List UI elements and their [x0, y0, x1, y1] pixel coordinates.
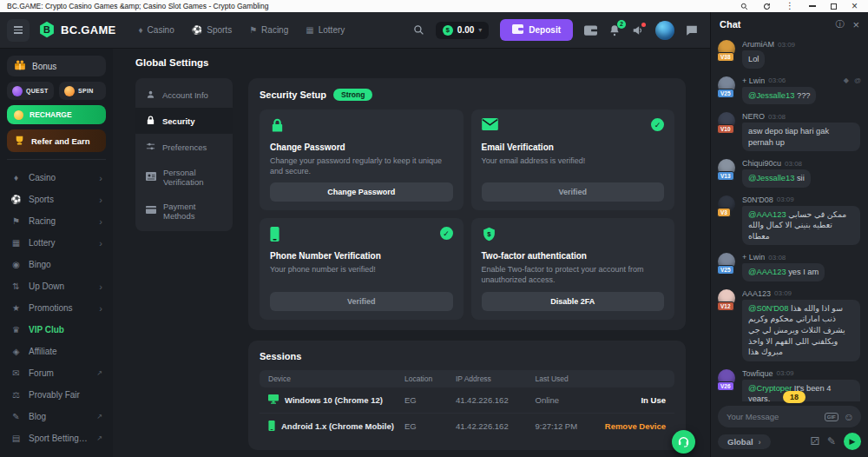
titlebar-refresh-icon[interactable]	[763, 3, 771, 10]
chat-toggle-icon[interactable]	[686, 24, 698, 36]
mention[interactable]: @AAA123	[748, 268, 786, 276]
menu-toggle-button[interactable]	[7, 19, 30, 42]
settings-nav-security[interactable]: Security	[135, 108, 233, 134]
username[interactable]: Chiqui90cu	[742, 159, 781, 168]
chat-room-label: Global	[727, 437, 753, 447]
chevron-right-icon: ›	[99, 216, 102, 227]
support-headset-button[interactable]	[672, 430, 695, 454]
lottery-icon: ▦	[10, 238, 22, 248]
unread-count-badge[interactable]: 18	[783, 391, 806, 403]
mention[interactable]: @AAA123	[748, 210, 786, 219]
wallet-balance-selector[interactable]: $ 0.00 ▾	[436, 22, 489, 39]
sports-icon: ⚽	[10, 195, 22, 204]
chat-room-selector[interactable]: Global ›	[718, 434, 771, 449]
external-link-icon: ↗	[96, 369, 102, 377]
sidebar-item-casino[interactable]: ♦Casino›	[7, 167, 106, 189]
mention-at-icon[interactable]: @	[854, 76, 861, 84]
close-button[interactable]: ×	[852, 1, 858, 11]
maximize-button[interactable]	[831, 3, 837, 10]
deposit-button[interactable]: Deposit	[500, 19, 573, 41]
session-row: Android 1.x (Chrome Mobile) EG 41.42.226…	[260, 414, 674, 440]
sidebar-bonus[interactable]: Bonus	[7, 56, 106, 76]
username[interactable]: + Lwin	[742, 76, 765, 85]
sidebar-item-sport-betting-insights[interactable]: ▤Sport Betting Insig...↗	[7, 427, 106, 449]
settings-nav-personal-verification[interactable]: Personal Verification	[135, 160, 233, 194]
settings-nav-payment-methods[interactable]: Payment Methods	[135, 194, 233, 228]
security-setup-title: Security Setup	[260, 89, 326, 100]
chat-message-input[interactable]	[727, 412, 819, 421]
gif-icon[interactable]: GIF	[825, 413, 838, 421]
sidebar-refer-and-earn[interactable]: Refer and Earn	[7, 129, 106, 152]
card-desc: Your email address is verified!	[482, 156, 665, 176]
card-desc: Change your password regularly to keep i…	[270, 156, 453, 176]
brand-logo[interactable]: B BC.GAME	[38, 21, 116, 40]
send-icon: ▶	[850, 437, 856, 446]
sidebar-item-forum[interactable]: ✉Forum↗	[7, 362, 106, 384]
titlebar-menu-icon[interactable]: ⋮	[786, 2, 794, 10]
chat-info-icon[interactable]: ⓘ	[835, 18, 844, 30]
session-location: EG	[404, 395, 456, 405]
card-change-password: Change Password Change your password reg…	[260, 109, 464, 210]
session-row: Windows 10 (Chrome 12) EG 41.42.226.162 …	[260, 387, 674, 414]
chat-close-icon[interactable]: ×	[852, 18, 859, 31]
change-password-button[interactable]: Change Password	[270, 182, 453, 202]
dice-icon[interactable]: ⚂	[811, 436, 819, 447]
sidebar-spin[interactable]: SPIN	[59, 82, 106, 100]
username[interactable]: AAA123	[742, 289, 771, 298]
sidebar-recharge[interactable]: RECHARGE	[7, 105, 106, 124]
sidebar-quest[interactable]: QUEST	[7, 82, 54, 100]
username[interactable]: Towfique	[742, 369, 773, 378]
mention[interactable]: @Jessalle13	[748, 174, 794, 182]
chat-messages[interactable]: V38 ArumiAM03:09 Lol V25 + Lwin03:06 ◆@ …	[711, 36, 868, 401]
pencil-icon[interactable]: ✎	[827, 436, 836, 447]
search-icon[interactable]	[413, 24, 424, 36]
username[interactable]: S0N'D08	[742, 195, 773, 204]
recharge-label: RECHARGE	[30, 110, 72, 119]
notifications-bell-icon[interactable]: 2	[608, 24, 621, 36]
settings-nav-account-info[interactable]: Account Info	[135, 82, 233, 108]
sidebar-item-provably-fair[interactable]: ⚖Provably Fair	[7, 384, 106, 406]
smartphone-icon	[268, 421, 275, 433]
nav-casino[interactable]: ♦Casino	[139, 25, 174, 35]
nav-racing[interactable]: ⚑Racing	[249, 25, 288, 35]
emoji-icon[interactable]: ☺	[844, 412, 854, 422]
top-navbar: B BC.GAME ♦Casino ⚽Sports ⚑Racing ▦Lotte…	[0, 12, 710, 49]
session-last-used: Online	[536, 395, 598, 405]
nav-lottery[interactable]: ▦Lottery	[306, 25, 345, 35]
chevron-right-icon: ›	[99, 195, 102, 205]
username[interactable]: ArumiAM	[742, 40, 774, 49]
send-message-button[interactable]: ▶	[844, 433, 861, 450]
sidebar-item-sports[interactable]: ⚽Sports›	[7, 189, 106, 210]
sidebar-item-lottery[interactable]: ▦Lottery›	[7, 232, 106, 254]
affiliate-icon: ◈	[10, 347, 22, 356]
remove-device-button[interactable]: Remove Device	[597, 421, 666, 431]
titlebar-search-icon[interactable]	[740, 3, 748, 10]
announcements-speaker-icon[interactable]	[632, 24, 644, 36]
mention[interactable]: @Jessalle13	[748, 91, 794, 100]
settings-nav-preferences[interactable]: Preferences	[135, 134, 233, 160]
user-avatar[interactable]	[655, 21, 674, 40]
username[interactable]: NERO	[742, 112, 765, 121]
mention[interactable]: @S0N'D08	[748, 304, 788, 313]
sidebar-item-updown[interactable]: ⇅Up Down›	[7, 275, 106, 297]
vip-badge: V25	[717, 89, 734, 98]
sidebar-item-promotions[interactable]: ★Promotions›	[7, 297, 106, 319]
sidebar-item-blog[interactable]: ✎Blog↗	[7, 406, 106, 427]
external-link-icon: ↗	[96, 434, 102, 442]
nav-sports[interactable]: ⚽Sports	[192, 25, 232, 35]
cashier-card-icon[interactable]	[584, 25, 597, 36]
sidebar-item-vip-club[interactable]: ♛VIP Club	[7, 319, 106, 341]
sidebar-item-affiliate[interactable]: ◈Affiliate	[7, 341, 106, 362]
main-content: Global Settings Account Info Security Pr…	[113, 49, 710, 457]
sidebar-item-racing[interactable]: ⚑Racing›	[7, 210, 106, 232]
username[interactable]: + Lwin	[742, 253, 765, 262]
device-name: Android 1.x (Chrome Mobile)	[281, 421, 394, 431]
updown-icon: ⇅	[10, 281, 22, 291]
disable-2fa-button[interactable]: Disable 2FA	[482, 292, 665, 311]
sidebar-item-bingo[interactable]: ◉Bingo	[7, 254, 106, 275]
tip-diamond-icon[interactable]: ◆	[844, 76, 849, 84]
spin-icon	[64, 86, 75, 96]
email-verified-button[interactable]: Verified	[482, 182, 665, 202]
phone-verified-button[interactable]: Verified	[270, 292, 453, 311]
minimize-button[interactable]	[809, 5, 816, 7]
